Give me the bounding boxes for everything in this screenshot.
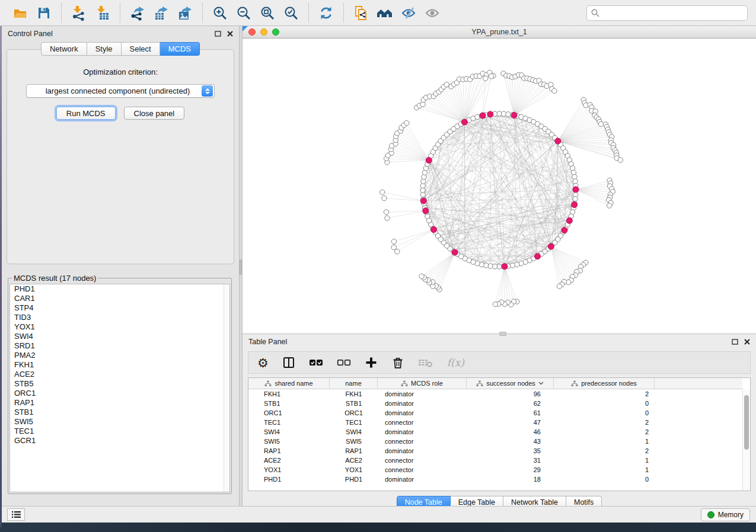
mcds-result-item[interactable]: GCR1 xyxy=(10,436,229,446)
table-row[interactable]: SWI4SWI4dominator462 xyxy=(248,427,742,437)
function-builder-button-disabled: f(x) xyxy=(447,354,464,371)
horizontal-splitter-handle[interactable] xyxy=(499,332,506,336)
table-row[interactable]: STB1STB1dominator620 xyxy=(248,399,742,408)
cell-shared-name: PHD1 xyxy=(248,476,330,483)
criterion-select[interactable]: largest connected component (undirected) xyxy=(26,84,215,98)
add-column-button[interactable] xyxy=(365,354,378,371)
cell-mcds-role: dominator xyxy=(378,390,467,398)
mcds-result-item[interactable]: ACE2 xyxy=(10,370,229,379)
close-traffic-light[interactable] xyxy=(248,28,256,36)
import-network-button[interactable] xyxy=(67,3,91,23)
export-image-button[interactable] xyxy=(173,3,197,23)
mcds-result-item[interactable]: SWI4 xyxy=(10,332,229,341)
column-header-name[interactable]: name xyxy=(330,378,378,389)
hide-selected-button[interactable] xyxy=(397,3,420,23)
maximize-traffic-light[interactable] xyxy=(272,28,279,36)
memory-button[interactable]: Memory xyxy=(701,508,750,521)
float-icon[interactable] xyxy=(732,339,738,345)
column-label: predecessor nodes xyxy=(581,380,637,387)
table-row[interactable]: RAP1RAP1dominator352 xyxy=(248,446,742,456)
mcds-result-scrollbar[interactable] xyxy=(224,284,229,492)
status-bar: Memory xyxy=(2,506,756,523)
network-canvas[interactable] xyxy=(243,39,756,334)
open-button[interactable] xyxy=(8,3,32,23)
show-all-button[interactable] xyxy=(420,3,444,23)
mcds-result-item[interactable]: RAP1 xyxy=(10,398,229,408)
zoom-in-button[interactable] xyxy=(208,3,232,23)
zoom-selected-button[interactable] xyxy=(279,3,303,23)
checked-boxes-icon xyxy=(309,357,323,368)
task-history-button[interactable] xyxy=(7,508,25,521)
table-row[interactable]: TEC1TEC1connector472 xyxy=(248,418,742,427)
mcds-result-item[interactable]: ORC1 xyxy=(10,389,229,398)
tab-network[interactable]: Network xyxy=(41,42,87,56)
cell-shared-name: STB1 xyxy=(248,400,330,407)
table-settings-button[interactable]: ⚙ xyxy=(257,354,269,371)
tab-mcds[interactable]: MCDS xyxy=(160,42,200,56)
cell-predecessor-nodes: 2 xyxy=(554,447,655,454)
mcds-result-item[interactable]: YOX1 xyxy=(10,322,229,332)
mcds-result-item[interactable]: STB1 xyxy=(10,408,229,417)
table-row[interactable]: FKH1FKH1dominator962 xyxy=(248,389,742,399)
clone-network-button[interactable] xyxy=(349,3,373,23)
import-table-button[interactable] xyxy=(91,3,114,23)
table-panel-title: Table Panel xyxy=(248,338,287,346)
frame-corner-accent xyxy=(243,26,248,31)
table-row[interactable]: PHD1PHD1dominator180 xyxy=(248,475,742,484)
cell-successor-nodes: 62 xyxy=(467,400,554,407)
export-table-button[interactable] xyxy=(149,3,173,23)
table-scrollbar[interactable] xyxy=(742,389,750,491)
run-mcds-button[interactable]: Run MCDS xyxy=(56,107,116,120)
close-panel-button[interactable]: Close panel xyxy=(124,107,185,120)
mcds-result-item[interactable]: PHD1 xyxy=(10,284,229,294)
list-icon xyxy=(11,511,21,518)
mcds-result-item[interactable]: TEC1 xyxy=(10,427,229,436)
mcds-result-items: PHD1CAR1STP4TID3YOX1SWI4SRD1PMA2FKH1ACE2… xyxy=(10,284,229,446)
mcds-result-item[interactable]: SWI5 xyxy=(10,417,229,427)
zoom-fit-button[interactable] xyxy=(256,3,279,23)
vertical-splitter-handle[interactable] xyxy=(240,259,242,275)
search-field[interactable] xyxy=(586,5,748,21)
mcds-result-item[interactable]: STP4 xyxy=(10,303,229,313)
table-row[interactable]: ACE2ACE2connector311 xyxy=(248,456,742,465)
close-icon[interactable] xyxy=(744,339,750,345)
home-button[interactable] xyxy=(373,3,397,23)
search-input[interactable] xyxy=(602,9,743,17)
save-button[interactable] xyxy=(32,3,56,23)
column-header-successor-nodes[interactable]: successor nodes xyxy=(467,378,554,389)
select-all-button[interactable] xyxy=(309,354,323,371)
table-row[interactable]: YOX1YOX1connector291 xyxy=(248,465,742,475)
network-frame-titlebar[interactable]: YPA_prune.txt_1 xyxy=(243,26,756,39)
cell-name: FKH1 xyxy=(330,390,378,398)
table-scrollbar-thumb[interactable] xyxy=(744,395,749,450)
tab-style[interactable]: Style xyxy=(87,42,122,56)
show-columns-button[interactable] xyxy=(282,354,295,371)
tab-select[interactable]: Select xyxy=(122,42,160,56)
column-header-predecessor-nodes[interactable]: predecessor nodes xyxy=(554,378,655,389)
open-folder-icon xyxy=(12,5,28,21)
export-network-button[interactable] xyxy=(126,3,149,23)
refresh-layout-button[interactable] xyxy=(314,3,338,23)
mcds-result-item[interactable]: PMA2 xyxy=(10,351,229,360)
eye-icon xyxy=(425,5,440,21)
deselect-all-button[interactable] xyxy=(337,354,351,371)
mcds-result-item[interactable]: SRD1 xyxy=(10,341,229,351)
minimize-traffic-light[interactable] xyxy=(260,28,267,36)
table-row[interactable]: SWI5SWI5connector431 xyxy=(248,437,742,446)
float-icon[interactable] xyxy=(215,31,221,37)
mcds-result-item[interactable]: CAR1 xyxy=(10,294,229,303)
mcds-result-item[interactable]: STB5 xyxy=(10,379,229,389)
delete-column-button[interactable] xyxy=(391,354,404,371)
zoom-out-button[interactable] xyxy=(232,3,256,23)
close-icon[interactable] xyxy=(227,31,233,37)
mcds-result-item[interactable]: FKH1 xyxy=(10,360,229,370)
cell-predecessor-nodes: 1 xyxy=(554,438,655,445)
table-row[interactable]: ORC1ORC1dominator610 xyxy=(248,408,742,418)
column-header-shared-name[interactable]: shared name xyxy=(248,378,330,389)
cell-name: SWI5 xyxy=(330,438,378,445)
mcds-result-list[interactable]: PHD1CAR1STP4TID3YOX1SWI4SRD1PMA2FKH1ACE2… xyxy=(9,284,230,492)
criterion-value: largest connected component (undirected) xyxy=(34,86,202,95)
column-header-mcds-role[interactable]: MCDS role xyxy=(378,378,467,389)
mcds-result-item[interactable]: TID3 xyxy=(10,313,229,322)
network-graph[interactable] xyxy=(243,39,756,334)
